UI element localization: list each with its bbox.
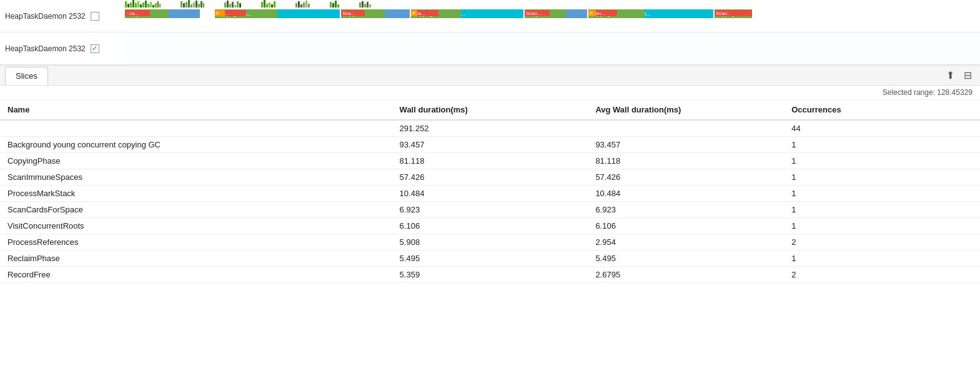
table-row[interactable]: ProcessReferences 5.908 2.954 2 bbox=[0, 234, 980, 251]
cell-avg-5: 6.106 bbox=[588, 218, 784, 234]
table-row[interactable]: Background young concurrent copying GC 9… bbox=[0, 137, 980, 153]
cell-wall-3: 10.484 bbox=[392, 186, 588, 202]
cell-avg-1: 81.118 bbox=[588, 153, 784, 169]
cell-occ-4: 1 bbox=[784, 202, 980, 218]
col-header-name: Name bbox=[0, 100, 392, 120]
gc-block-scan-7[interactable]: Scan.. bbox=[715, 10, 752, 16]
cell-name-4: ScanCardsForSpace bbox=[0, 202, 392, 218]
thread-checkbox-1[interactable] bbox=[91, 12, 99, 21]
cell-name-5: VisitConcurrentRoots bbox=[0, 218, 392, 234]
cell-avg-3: 10.484 bbox=[588, 186, 784, 202]
table-row[interactable]: ScanImmuneSpaces 57.426 57.426 1 bbox=[0, 169, 980, 186]
table-row[interactable]: VisitConcurrentRoots 6.106 6.106 1 bbox=[0, 218, 980, 234]
summary-wall: 291.252 bbox=[392, 120, 588, 137]
selected-range-bar: Selected range: 128.45329 bbox=[0, 86, 980, 100]
col-header-avg: Avg Wall duration(ms) bbox=[588, 100, 784, 120]
cell-name-6: ProcessReferences bbox=[0, 234, 392, 251]
cell-avg-6: 2.954 bbox=[588, 234, 784, 251]
table-row[interactable]: ProcessMarkStack 10.484 10.484 1 bbox=[0, 186, 980, 202]
timeline-area: HeapTaskDaemon 2532 bbox=[0, 0, 980, 66]
cell-occ-1: 1 bbox=[784, 153, 980, 169]
cell-name-3: ProcessMarkStack bbox=[0, 186, 392, 202]
gc-block-scan-5[interactable]: Scan... bbox=[525, 10, 550, 16]
cell-wall-6: 5.908 bbox=[392, 234, 588, 251]
gc-block-scan-3[interactable]: Sca... bbox=[341, 10, 365, 16]
tab-slices[interactable]: Slices bbox=[5, 67, 48, 85]
table-row[interactable]: ScanCardsForSpace 6.923 6.923 1 bbox=[0, 202, 980, 218]
cell-avg-4: 6.923 bbox=[588, 202, 784, 218]
cell-occ-2: 1 bbox=[784, 169, 980, 186]
thread-name-1: HeapTaskDaemon 2532 bbox=[5, 12, 86, 21]
timeline-track-1: Backgroun... Copyi... Sca... Background … bbox=[125, 0, 980, 32]
summary-occ: 44 bbox=[784, 120, 980, 137]
cell-wall-1: 81.118 bbox=[392, 153, 588, 169]
export-button[interactable]: ⬆ bbox=[943, 68, 958, 83]
thread-label-2: HeapTaskDaemon 2532 bbox=[0, 44, 125, 53]
cell-avg-0: 93.457 bbox=[588, 137, 784, 153]
table-row[interactable]: CopyingPhase 81.118 81.118 1 bbox=[0, 153, 980, 169]
cell-name-0: Background young concurrent copying GC bbox=[0, 137, 392, 153]
table-row[interactable]: ReclaimPhase 5.495 5.495 1 bbox=[0, 251, 980, 267]
cell-wall-2: 57.426 bbox=[392, 169, 588, 186]
table-container: Name Wall duration(ms) Avg Wall duration… bbox=[0, 100, 980, 283]
cell-occ-3: 1 bbox=[784, 186, 980, 202]
selected-range-value: 128.45329 bbox=[937, 88, 973, 97]
cell-name-8: RecordFree bbox=[0, 267, 392, 283]
cell-wall-5: 6.106 bbox=[392, 218, 588, 234]
cell-wall-4: 6.923 bbox=[392, 202, 588, 218]
cell-occ-6: 2 bbox=[784, 234, 980, 251]
slices-table: Name Wall duration(ms) Avg Wall duration… bbox=[0, 100, 980, 283]
cell-occ-7: 1 bbox=[784, 251, 980, 267]
table-header-row: Name Wall duration(ms) Avg Wall duration… bbox=[0, 100, 980, 120]
summary-avg bbox=[588, 120, 784, 137]
summary-row: 291.252 44 bbox=[0, 120, 980, 137]
export-icon: ⬆ bbox=[946, 69, 954, 81]
cell-avg-7: 5.495 bbox=[588, 251, 784, 267]
cell-occ-0: 1 bbox=[784, 137, 980, 153]
col-header-occ: Occurrences bbox=[784, 100, 980, 120]
timeline-track-2 bbox=[125, 32, 980, 64]
thread-label-1: HeapTaskDaemon 2532 bbox=[0, 12, 125, 21]
col-header-wall: Wall duration(ms) bbox=[392, 100, 588, 120]
cell-name-2: ScanImmuneSpaces bbox=[0, 169, 392, 186]
cell-name-1: CopyingPhase bbox=[0, 153, 392, 169]
cell-avg-2: 57.426 bbox=[588, 169, 784, 186]
cell-occ-5: 1 bbox=[784, 218, 980, 234]
gc-block-p-2[interactable]: P bbox=[411, 10, 417, 16]
thread-row-1: HeapTaskDaemon 2532 bbox=[0, 0, 980, 32]
tab-actions: ⬆ ⊟ bbox=[943, 68, 980, 83]
filter-button[interactable]: ⊟ bbox=[960, 68, 975, 83]
tab-bar: Slices ⬆ ⊟ bbox=[0, 66, 980, 86]
selected-range-label: Selected range: bbox=[883, 88, 935, 97]
thread-row-2: HeapTaskDaemon 2532 bbox=[0, 32, 980, 65]
gc-block-p-1[interactable]: P bbox=[215, 10, 225, 16]
summary-name bbox=[0, 120, 392, 137]
cell-wall-0: 93.457 bbox=[392, 137, 588, 153]
cell-wall-8: 5.359 bbox=[392, 267, 588, 283]
cell-avg-8: 2.6795 bbox=[588, 267, 784, 283]
cell-name-7: ReclaimPhase bbox=[0, 251, 392, 267]
thread-checkbox-2[interactable] bbox=[91, 44, 99, 53]
thread-name-2: HeapTaskDaemon 2532 bbox=[5, 44, 86, 53]
filter-icon: ⊟ bbox=[964, 69, 972, 81]
cell-wall-7: 5.495 bbox=[392, 251, 588, 267]
table-row[interactable]: RecordFree 5.359 2.6795 2 bbox=[0, 267, 980, 283]
cell-occ-8: 2 bbox=[784, 267, 980, 283]
gc-block-p-3[interactable]: P. bbox=[588, 10, 596, 16]
